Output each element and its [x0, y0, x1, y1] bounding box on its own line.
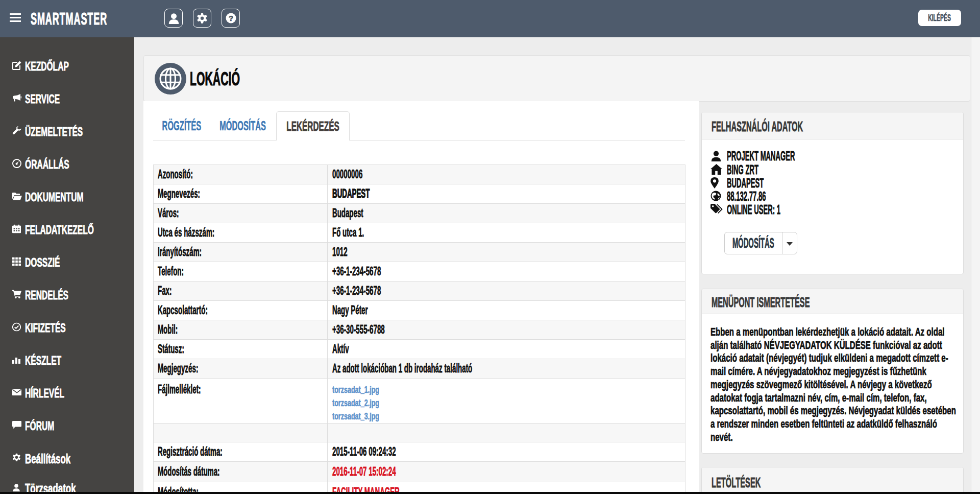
- svg-text:?: ?: [228, 14, 233, 22]
